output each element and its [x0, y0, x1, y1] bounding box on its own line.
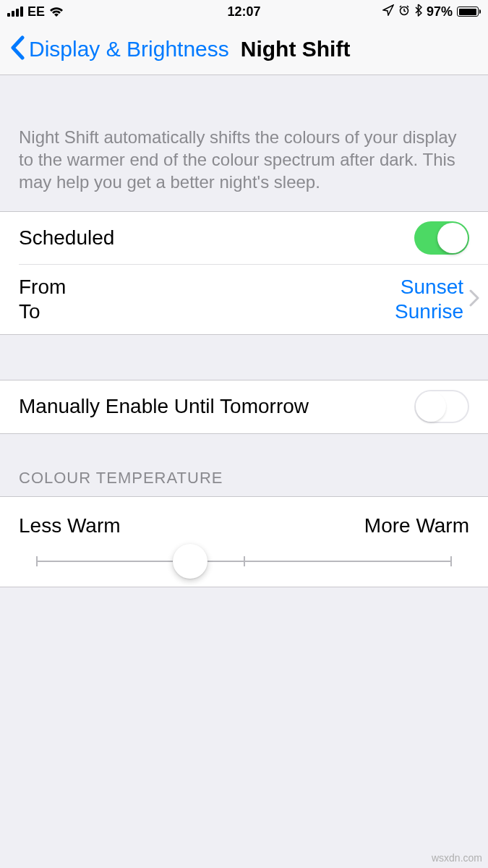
schedule-from-value: Sunset — [395, 276, 463, 299]
schedule-values: Sunset Sunrise — [395, 276, 463, 323]
bluetooth-icon — [414, 4, 422, 20]
description-text: Night Shift automatically shifts the col… — [0, 75, 488, 211]
temperature-slider[interactable] — [19, 561, 469, 562]
schedule-from-label: From — [19, 276, 66, 299]
carrier-label: EE — [27, 4, 45, 20]
status-bar: EE 12:07 97% — [0, 0, 488, 23]
signal-icon — [7, 7, 23, 17]
scheduled-cell: Scheduled — [0, 212, 488, 265]
chevron-right-icon — [469, 289, 479, 310]
scheduled-label: Scheduled — [19, 226, 114, 250]
status-right: 97% — [382, 4, 481, 20]
watermark: wsxdn.com — [432, 852, 482, 864]
manual-enable-cell: Manually Enable Until Tomorrow — [0, 380, 488, 433]
manual-enable-toggle[interactable] — [414, 390, 469, 423]
alarm-icon — [398, 4, 410, 20]
wifi-icon — [49, 7, 64, 17]
page-title: Night Shift — [241, 37, 351, 61]
schedule-from-to-labels: From To — [19, 276, 66, 323]
less-warm-label: Less Warm — [19, 514, 121, 537]
scheduled-toggle[interactable] — [414, 221, 469, 255]
schedule-to-label: To — [19, 300, 66, 323]
battery-icon — [457, 7, 481, 17]
status-time: 12:07 — [227, 4, 260, 20]
manual-group: Manually Enable Until Tomorrow — [0, 380, 488, 434]
more-warm-label: More Warm — [364, 514, 469, 537]
schedule-cell[interactable]: From To Sunset Sunrise — [0, 265, 488, 334]
location-icon — [382, 4, 394, 20]
back-chevron-icon[interactable] — [10, 35, 25, 63]
scheduled-group: Scheduled From To Sunset Sunrise — [0, 211, 488, 335]
status-left: EE — [7, 4, 64, 20]
back-button-label[interactable]: Display & Brightness — [29, 37, 229, 61]
schedule-to-value: Sunrise — [395, 300, 463, 323]
battery-pct: 97% — [427, 4, 453, 20]
navigation-bar: Display & Brightness Night Shift — [0, 23, 488, 75]
slider-thumb-icon[interactable] — [173, 544, 207, 579]
colour-temperature-cell: Less Warm More Warm — [0, 496, 488, 587]
manual-enable-label: Manually Enable Until Tomorrow — [19, 395, 309, 418]
colour-temperature-header: COLOUR TEMPERATURE — [0, 434, 488, 496]
